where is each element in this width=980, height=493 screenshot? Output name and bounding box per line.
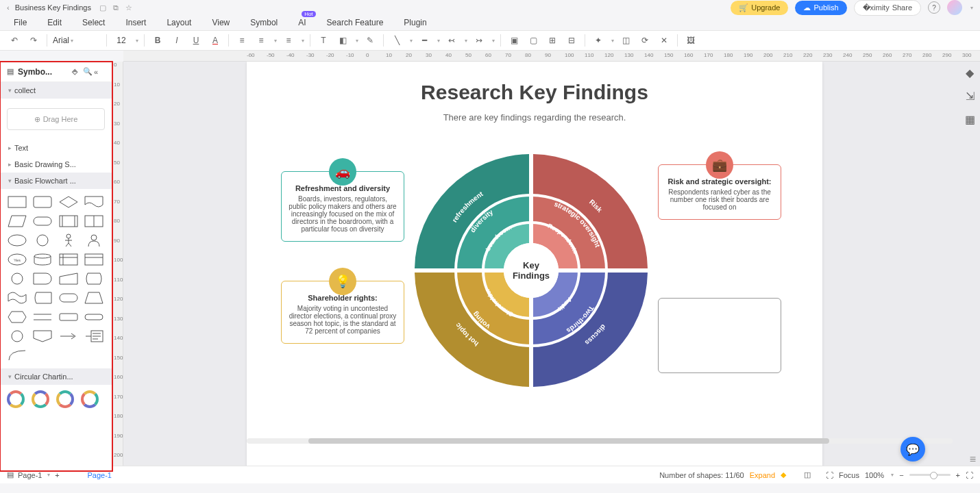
circ-chart-4[interactable] xyxy=(81,390,99,408)
fullscreen-icon[interactable]: ⛶ xyxy=(966,471,973,479)
collapse-icon[interactable]: « xyxy=(94,68,105,76)
menu-search[interactable]: Search Feature xyxy=(327,18,384,27)
add-page-button[interactable]: + xyxy=(50,471,64,479)
align-icon[interactable]: ≡ xyxy=(254,33,269,48)
pin-icon[interactable]: ⬘ xyxy=(72,67,83,76)
tools-icon[interactable]: ✕ xyxy=(657,33,672,48)
section-collect[interactable]: ▾collect xyxy=(0,82,112,99)
shape-offpage[interactable] xyxy=(32,329,53,344)
shape-subprocess[interactable] xyxy=(84,214,104,229)
shape-process2[interactable] xyxy=(58,309,79,325)
export-icon[interactable]: ⇲ xyxy=(963,89,977,103)
layers-icon[interactable]: ◫ xyxy=(804,470,811,479)
shape-document[interactable] xyxy=(84,194,104,210)
shape-ellipse[interactable] xyxy=(7,233,27,248)
grid-icon[interactable]: ▦ xyxy=(963,112,977,126)
circ-chart-1[interactable] xyxy=(7,390,25,408)
menu-layout[interactable]: Layout xyxy=(167,18,191,27)
shape-yes[interactable]: Yes xyxy=(7,252,27,267)
section-circular[interactable]: ▾Circular Chartin... xyxy=(0,368,112,385)
effects-icon[interactable]: ✦ xyxy=(591,33,606,48)
shape-round-rect[interactable] xyxy=(32,194,53,210)
circ-chart-2[interactable] xyxy=(32,390,49,408)
shape-manual-input[interactable] xyxy=(58,271,79,286)
save-icon[interactable]: ▢ xyxy=(99,3,106,12)
fontsize-select[interactable]: 12 xyxy=(112,36,130,45)
layer-front-icon[interactable]: ▣ xyxy=(506,33,522,48)
shape-user[interactable] xyxy=(84,233,104,248)
fill-icon[interactable]: ◧ xyxy=(335,33,350,48)
expand-link[interactable]: Expand xyxy=(750,471,775,479)
shape-circle[interactable] xyxy=(32,233,53,248)
back-icon[interactable]: ‹ xyxy=(7,3,10,12)
italic-icon[interactable]: I xyxy=(169,33,184,48)
publish-button[interactable]: ☁ Publish xyxy=(795,1,846,15)
chat-button[interactable]: 💬 xyxy=(901,437,925,462)
upgrade-button[interactable]: 🛒 Upgrade xyxy=(731,1,788,15)
shape-delay[interactable] xyxy=(32,271,53,286)
rotate-icon[interactable]: ⟳ xyxy=(637,33,652,48)
card-shareholder[interactable]: 💡 Shareholder rights: Majority voting in… xyxy=(281,281,404,344)
shape-arrow-right[interactable] xyxy=(58,329,79,344)
shape-tape[interactable] xyxy=(7,290,27,305)
drag-here-box[interactable]: ⊕ Drag Here xyxy=(7,108,105,130)
card-refreshment[interactable]: 🚗 Refreshment and diversity Boards, inve… xyxy=(281,171,404,242)
card-risk[interactable]: 💼 Risk and strategic oversight: Responde… xyxy=(658,164,781,220)
underline-icon[interactable]: U xyxy=(188,33,204,48)
share-button[interactable]: �ximity Share xyxy=(854,0,921,16)
zoom-label[interactable]: 100% xyxy=(865,471,884,479)
menu-view[interactable]: View xyxy=(212,18,230,27)
avatar-dropdown-icon[interactable]: ▾ xyxy=(970,5,973,11)
page-canvas[interactable]: Research Key Findings There are key find… xyxy=(247,62,822,471)
card-empty[interactable] xyxy=(658,298,781,373)
font-select[interactable]: Arial▾ xyxy=(53,36,101,45)
horizontal-scrollbar[interactable] xyxy=(247,438,953,444)
group-icon[interactable]: ⊞ xyxy=(545,33,560,48)
fontsize-dropdown-icon[interactable]: ▾ xyxy=(136,38,138,44)
open-external-icon[interactable]: ⧉ xyxy=(113,3,119,12)
diamond-icon[interactable]: ◆ xyxy=(781,470,786,479)
menu-file[interactable]: File xyxy=(14,18,27,27)
circ-chart-3[interactable] xyxy=(56,390,74,408)
shape-database[interactable] xyxy=(32,252,53,267)
shape-diamond[interactable] xyxy=(58,194,79,210)
star-icon[interactable]: ☆ xyxy=(125,3,132,12)
menu-select[interactable]: Select xyxy=(82,18,105,27)
shape-card[interactable] xyxy=(84,252,104,267)
shape-rect[interactable] xyxy=(7,194,27,210)
crop-icon[interactable]: ◫ xyxy=(618,33,633,48)
arrow-start-icon[interactable]: ↢ xyxy=(444,33,459,48)
undo-icon[interactable]: ↶ xyxy=(7,33,22,48)
arrow-end-icon[interactable]: ↣ xyxy=(471,33,487,48)
shape-hexagon[interactable] xyxy=(7,309,27,325)
shape-circle2[interactable] xyxy=(7,271,27,286)
ungroup-icon[interactable]: ⊟ xyxy=(564,33,579,48)
shape-trapezoid[interactable] xyxy=(84,290,104,305)
menu-plugin[interactable]: Plugin xyxy=(404,18,426,27)
canvas-area[interactable]: Research Key Findings There are key find… xyxy=(123,62,980,471)
focus-label[interactable]: Focus xyxy=(839,471,859,479)
shape-pill[interactable] xyxy=(84,309,104,325)
zoom-in-icon[interactable]: + xyxy=(956,471,960,479)
settings-toggle-icon[interactable]: ≡ xyxy=(970,453,976,466)
shape-connector[interactable] xyxy=(7,329,27,344)
library-icon[interactable]: ▤ xyxy=(7,67,18,76)
zoom-out-icon[interactable]: − xyxy=(899,471,903,479)
shape-stadium[interactable] xyxy=(32,214,53,229)
menu-insert[interactable]: Insert xyxy=(125,18,146,27)
section-basic-flowchart[interactable]: ▾Basic Flowchart ... xyxy=(0,173,112,189)
focus-icon[interactable]: ⛶ xyxy=(826,471,833,479)
line-weight-icon[interactable]: ━ xyxy=(417,33,432,48)
section-basic-drawing[interactable]: ▸Basic Drawing S... xyxy=(0,156,112,173)
avatar[interactable] xyxy=(947,0,962,15)
help-icon[interactable]: ? xyxy=(928,1,940,14)
menu-ai[interactable]: AI xyxy=(298,18,306,27)
redo-icon[interactable]: ↷ xyxy=(26,33,41,48)
page-selector[interactable]: ▤ Page-1 ▾ xyxy=(7,470,50,479)
shape-predefined[interactable] xyxy=(58,214,79,229)
line-style-icon[interactable]: ╲ xyxy=(389,33,404,48)
shape-display[interactable] xyxy=(84,271,104,286)
shape-stored[interactable] xyxy=(32,290,53,305)
section-text[interactable]: ▸Text xyxy=(0,140,112,156)
circular-diagram[interactable]: Risk strategic oversight Respondents dis… xyxy=(411,151,651,390)
